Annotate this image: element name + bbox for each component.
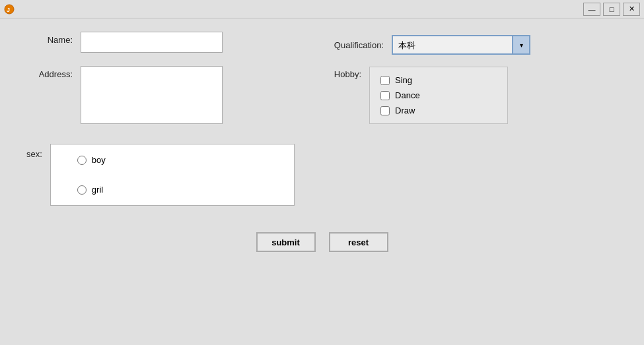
title-bar-controls: — □ ✕ <box>583 3 640 16</box>
main-content: Name: Address: sex: boy gril <box>0 18 644 265</box>
sex-boy-label: boy <box>92 155 106 165</box>
close-button[interactable]: ✕ <box>623 3 640 16</box>
hobby-dance-checkbox[interactable] <box>380 91 390 100</box>
hobby-dance-label: Dance <box>395 90 420 100</box>
qualification-row: Qualification: 本科 专科 高中 初中 ▾ <box>334 35 530 55</box>
qualification-wrapper: 本科 专科 高中 初中 ▾ <box>392 35 530 55</box>
hobby-label: Hobby: <box>334 67 361 79</box>
sex-gril-label: gril <box>92 185 103 195</box>
sex-radio-group: boy gril <box>50 144 295 206</box>
minimize-button[interactable]: — <box>583 3 600 16</box>
hobby-sing-option[interactable]: Sing <box>380 73 497 88</box>
address-row: Address: <box>26 66 295 124</box>
hobby-dance-option[interactable]: Dance <box>380 88 497 103</box>
sex-boy-option[interactable]: boy <box>77 155 268 165</box>
hobby-checkboxes: Sing Dance Draw <box>369 67 508 124</box>
submit-button[interactable]: submit <box>256 232 316 252</box>
title-bar: J — □ ✕ <box>0 0 644 18</box>
hobby-sing-checkbox[interactable] <box>380 76 390 85</box>
qualification-select[interactable]: 本科 专科 高中 初中 <box>392 35 530 55</box>
qualification-label: Qualification: <box>334 40 384 50</box>
right-section: Qualification: 本科 专科 高中 初中 ▾ Hobby: <box>334 35 530 206</box>
sex-boy-radio[interactable] <box>77 156 87 165</box>
title-bar-left: J <box>4 4 15 15</box>
reset-button[interactable]: reset <box>329 232 388 252</box>
sex-gril-option[interactable]: gril <box>77 185 268 195</box>
hobby-draw-checkbox[interactable] <box>380 106 390 115</box>
svg-text:J: J <box>7 7 10 13</box>
sex-label: sex: <box>26 144 42 159</box>
sex-section: sex: boy gril <box>26 144 295 206</box>
hobby-sing-label: Sing <box>395 75 412 85</box>
buttons-row: submit reset <box>26 232 618 252</box>
name-row: Name: <box>26 32 295 53</box>
form-area: Name: Address: sex: boy gril <box>26 32 618 206</box>
hobby-draw-label: Draw <box>395 106 415 115</box>
maximize-button[interactable]: □ <box>603 3 620 16</box>
java-icon: J <box>4 4 15 15</box>
sex-gril-radio[interactable] <box>77 185 87 195</box>
left-section: Name: Address: sex: boy gril <box>26 32 295 206</box>
address-input[interactable] <box>81 66 223 124</box>
name-label: Name: <box>26 32 73 45</box>
address-label: Address: <box>26 66 73 79</box>
hobby-section: Hobby: Sing Dance Draw <box>334 67 530 124</box>
name-input[interactable] <box>81 32 223 53</box>
hobby-draw-option[interactable]: Draw <box>380 103 497 118</box>
